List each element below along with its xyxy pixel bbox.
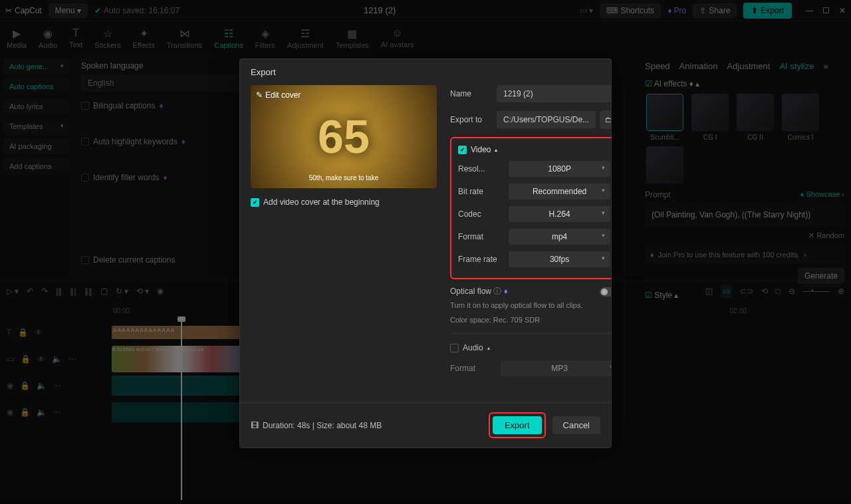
cancel-button[interactable]: Cancel	[552, 416, 600, 434]
bitrate-label: Bit rate	[458, 187, 509, 196]
codec-label: Codec	[458, 209, 509, 219]
export-button[interactable]: Export	[493, 416, 542, 434]
exportto-label: Export to	[450, 115, 497, 124]
audio-section-header[interactable]: Audio ▴	[450, 343, 611, 352]
audio-format-label: Format	[450, 364, 501, 373]
video-settings-box: ✔ Video ▴ Resol...1080P Bit rateRecommen…	[450, 137, 611, 279]
info-icon[interactable]: ⓘ	[493, 287, 501, 296]
optflow-note: Turn it on to apply optical flow to all …	[450, 301, 611, 309]
checked-icon: ✔	[458, 146, 467, 154]
optflow-label: Optical flow	[450, 287, 491, 296]
add-cover-checkbox[interactable]: ✔ Add video cover at the beginning	[251, 197, 437, 207]
cover-preview[interactable]: ✎ Edit cover 65 50th, make sure to take	[251, 85, 437, 188]
optical-flow-row: Optical flow ⓘ ♦	[450, 286, 611, 297]
name-input[interactable]: 1219 (2)	[497, 85, 611, 102]
name-label: Name	[450, 89, 497, 98]
gem-icon: ♦	[504, 287, 508, 296]
optflow-toggle[interactable]	[600, 287, 611, 297]
duration-info: 🎞Duration: 48s | Size: about 48 MB	[251, 421, 482, 430]
colorspace-note: Color space: Rec. 709 SDR	[450, 316, 611, 324]
cover-number: 65	[318, 110, 370, 164]
resolution-select[interactable]: 1080P	[509, 161, 610, 177]
edit-cover-button[interactable]: ✎ Edit cover	[256, 90, 301, 100]
format-label: Format	[458, 232, 509, 241]
codec-select[interactable]: H.264	[509, 206, 610, 222]
collapse-icon: ▴	[495, 147, 497, 153]
bitrate-select[interactable]: Recommended	[509, 184, 610, 199]
checked-icon: ✔	[251, 198, 259, 207]
folder-icon[interactable]: 🗀	[600, 110, 611, 129]
fps-select[interactable]: 30fps	[509, 251, 610, 267]
exportto-input[interactable]: C:/Users/TOPGUS/De...	[497, 111, 596, 128]
film-icon: 🎞	[251, 421, 259, 430]
modal-title: Export	[240, 59, 611, 85]
video-section-header[interactable]: ✔ Video ▴	[458, 145, 610, 154]
format-select[interactable]: mp4	[509, 229, 610, 245]
export-modal: Export ✎ Edit cover 65 50th, make sure t…	[239, 59, 612, 448]
unchecked-icon	[450, 344, 459, 352]
fps-label: Frame rate	[458, 255, 509, 264]
export-button-highlight: Export	[489, 412, 546, 438]
resolution-label: Resol...	[458, 164, 509, 174]
audio-format-select[interactable]: MP3	[501, 360, 611, 376]
collapse-icon: ▴	[487, 345, 490, 351]
cover-subtitle: 50th, make sure to take	[309, 174, 379, 182]
